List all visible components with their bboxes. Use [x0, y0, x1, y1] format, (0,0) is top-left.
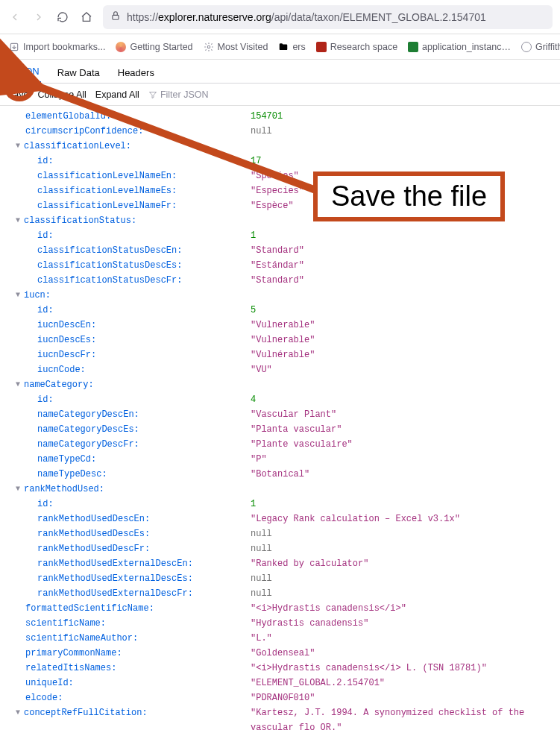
tab-json[interactable]: JSON — [12, 61, 41, 83]
collapse-toggle[interactable]: ▼ — [13, 482, 22, 497]
json-key-classificationStatusDescEs[interactable]: classificationStatusDescEs:"Estándar" — [6, 258, 560, 273]
tab-raw-data[interactable]: Raw Data — [56, 63, 101, 83]
json-key-nameCategoryDescEs[interactable]: nameCategoryDescEs:"Planta vascular" — [6, 422, 560, 437]
json-key-rankMethodUsedDescEs[interactable]: rankMethodUsedDescEs:null — [6, 526, 560, 541]
json-key-iucnDescFr[interactable]: iucnDescFr:"Vulnérable" — [6, 347, 560, 362]
gear-icon — [204, 42, 214, 52]
json-key-rankMethodUsedExternalDescEs[interactable]: rankMethodUsedExternalDescEs:null — [6, 571, 560, 586]
json-key-iucnDescEs[interactable]: iucnDescEs:"Vulnerable" — [6, 333, 560, 347]
json-key-iucnCode[interactable]: iucnCode:"VU" — [6, 362, 560, 377]
folder-icon — [278, 42, 289, 52]
collapse-toggle[interactable]: ▼ — [13, 377, 22, 392]
globe-icon — [521, 42, 532, 52]
json-key-id[interactable]: id:5 — [6, 303, 560, 318]
json-key-uniqueId[interactable]: uniqueId:"ELEMENT_GLOBAL.2.154701" — [6, 676, 560, 690]
url-text: https://explorer.natureserve.org/api/dat… — [127, 11, 486, 23]
json-key-classificationLevelNameFr[interactable]: classificationLevelNameFr:"Espèce" — [6, 198, 560, 213]
browser-toolbar: https://explorer.natureserve.org/api/dat… — [0, 0, 560, 34]
viewer-tabs: JSON Raw Data Headers — [0, 60, 560, 84]
json-key-id[interactable]: id:1 — [6, 497, 560, 512]
bookmark-griffith[interactable]: Griffith Uni — [521, 42, 560, 52]
json-key-circumscripConfidence[interactable]: circumscripConfidence:null — [6, 124, 560, 139]
json-key-relatedItisNames[interactable]: relatedItisNames:"<i>Hydrastis canadensi… — [6, 661, 560, 676]
spreadsheet-icon — [408, 42, 418, 52]
json-key-iucn[interactable]: ▼iucn: — [6, 288, 560, 303]
tab-headers[interactable]: Headers — [116, 63, 156, 83]
json-key-classificationLevelNameEn[interactable]: classificationLevelNameEn:"Species" — [6, 169, 560, 183]
svg-rect-0 — [113, 15, 119, 19]
save-button[interactable]: Save — [7, 89, 29, 100]
viewer-actions: Save Collapse All Expand All Filter JSON — [0, 84, 560, 106]
json-key-rankMethodUsedExternalDescFr[interactable]: rankMethodUsedExternalDescFr:null — [6, 586, 560, 601]
expand-all-button[interactable]: Expand All — [95, 89, 139, 100]
json-key-rankMethodUsedDescEn[interactable]: rankMethodUsedDescEn:"Legacy Rank calcul… — [6, 512, 560, 526]
bookmarks-bar: Import bookmarks... Getting Started Most… — [0, 34, 560, 60]
bookmark-getting-started[interactable]: Getting Started — [116, 42, 192, 52]
json-key-rankMethodUsedExternalDescEn[interactable]: rankMethodUsedExternalDescEn:"Ranked by … — [6, 556, 560, 571]
json-key-nameCategory[interactable]: ▼nameCategory: — [6, 377, 560, 392]
json-key-classificationStatusDescFr[interactable]: classificationStatusDescFr:"Standard" — [6, 273, 560, 288]
bookmark-ers[interactable]: ers — [278, 42, 305, 52]
home-button[interactable] — [79, 10, 94, 25]
collapse-toggle[interactable]: ▼ — [13, 705, 22, 720]
json-key-formattedScientificName[interactable]: formattedScientificName:"<i>Hydrastis ca… — [6, 601, 560, 616]
collapse-all-button[interactable]: Collapse All — [38, 89, 86, 100]
json-key-elementGlobalId[interactable]: elementGlobalId:154701 — [6, 109, 560, 124]
funnel-icon — [148, 90, 157, 99]
collapse-toggle[interactable]: ▼ — [13, 139, 22, 154]
json-key-elcode[interactable]: elcode:"PDRAN0F010" — [6, 690, 560, 705]
reload-button[interactable] — [55, 10, 70, 25]
json-key-nameTypeCd[interactable]: nameTypeCd:"P" — [6, 452, 560, 467]
svg-point-2 — [207, 45, 210, 48]
forward-button[interactable] — [31, 10, 46, 25]
json-key-classificationStatusDescEn[interactable]: classificationStatusDescEn:"Standard" — [6, 243, 560, 258]
collapse-toggle[interactable]: ▼ — [13, 213, 22, 228]
json-tree: elementGlobalId:154701 circumscripConfid… — [0, 106, 560, 733]
json-key-rankMethodUsed[interactable]: ▼rankMethodUsed: — [6, 482, 560, 497]
json-key-id[interactable]: id:4 — [6, 392, 560, 407]
json-key-iucnDescEn[interactable]: iucnDescEn:"Vulnerable" — [6, 318, 560, 333]
json-key-id[interactable]: id:17 — [6, 154, 560, 169]
url-bar[interactable]: https://explorer.natureserve.org/api/dat… — [103, 5, 553, 29]
json-key-primaryCommonName[interactable]: primaryCommonName:"Goldenseal" — [6, 646, 560, 661]
lock-icon — [110, 10, 121, 23]
mendeley-icon — [316, 42, 327, 52]
bookmark-research-space[interactable]: Research space — [316, 42, 397, 52]
collapse-toggle[interactable]: ▼ — [13, 288, 22, 303]
firefox-icon — [116, 42, 126, 52]
json-key-classificationLevelNameEs[interactable]: classificationLevelNameEs:"Especies" — [6, 183, 560, 198]
json-key-nameCategoryDescEn[interactable]: nameCategoryDescEn:"Vascular Plant" — [6, 407, 560, 422]
json-key-rankMethodUsedDescFr[interactable]: rankMethodUsedDescFr:null — [6, 541, 560, 556]
json-key-classificationLevel[interactable]: ▼classificationLevel: — [6, 139, 560, 154]
json-key-conceptRefFullCitation[interactable]: ▼conceptRefFullCitation:"Kartesz, J.T. 1… — [6, 705, 560, 720]
import-bookmarks[interactable]: Import bookmarks... — [9, 42, 105, 52]
json-key-scientificNameAuthor[interactable]: scientificNameAuthor:"L." — [6, 631, 560, 646]
filter-json[interactable]: Filter JSON — [148, 89, 209, 100]
json-key-nameTypeDesc[interactable]: nameTypeDesc:"Botanical" — [6, 467, 560, 482]
json-key-id[interactable]: id:1 — [6, 228, 560, 243]
json-key-scientificName[interactable]: scientificName:"Hydrastis canadensis" — [6, 616, 560, 631]
back-button[interactable] — [7, 10, 22, 25]
bookmark-application-instanc[interactable]: application_instanc… — [408, 42, 511, 52]
json-key-classificationStatus[interactable]: ▼classificationStatus: — [6, 213, 560, 228]
bookmark-most-visited[interactable]: Most Visited — [204, 42, 268, 52]
json-key-nameCategoryDescFr[interactable]: nameCategoryDescFr:"Plante vasculaire" — [6, 437, 560, 452]
